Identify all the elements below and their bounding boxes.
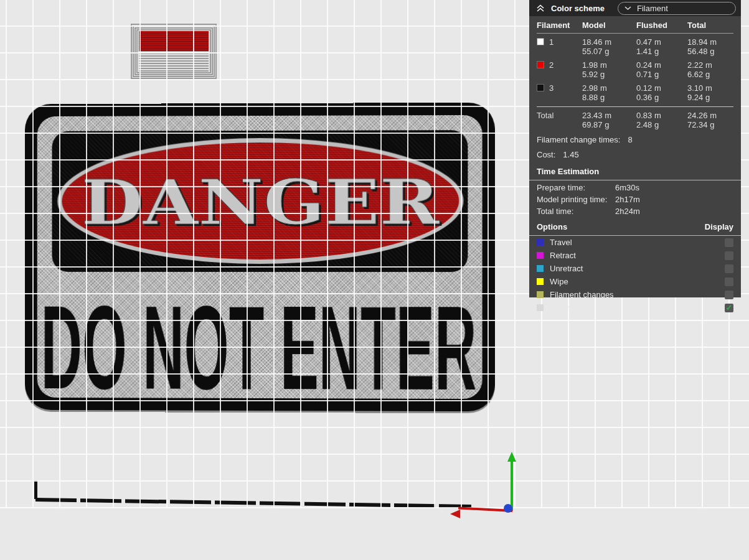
- cost: Cost:1.45: [537, 150, 733, 160]
- option-row-filament-changes: Filament changes ✓: [537, 288, 733, 301]
- table-row: 2 1.98 m5.92 g 0.24 m0.71 g 2.22 m6.62 g: [537, 57, 733, 80]
- seams-checkbox[interactable]: ✓: [725, 304, 733, 312]
- option-label: Wipe: [550, 277, 568, 286]
- total-label: Total: [537, 107, 582, 130]
- filament-table-header: Filament Model Flushed Total: [537, 16, 733, 33]
- cost-label: Cost:: [537, 150, 555, 159]
- option-label: Travel: [550, 238, 572, 247]
- flushed-length: 0.83 m: [636, 111, 687, 120]
- prepare-time-label: Prepare time:: [537, 184, 615, 192]
- retract-checkbox[interactable]: ✓: [725, 251, 733, 260]
- svg-text:DO NOT ENTER: DO NOT ENTER: [41, 290, 477, 396]
- cost-value: 1.45: [563, 150, 578, 159]
- model-printing-time-label: Model printing time:: [537, 195, 615, 204]
- skirt-line: [35, 498, 471, 508]
- model-weight: 5.92 g: [582, 70, 636, 79]
- table-total-row: Total 23.43 m69.87 g 0.83 m2.48 g 24.26 …: [537, 107, 733, 130]
- panel-header: Color scheme Filament: [529, 0, 741, 16]
- flushed-weight: 0.71 g: [636, 70, 687, 79]
- flushed-length: 0.47 m: [636, 37, 687, 47]
- flushed-length: 0.24 m: [636, 60, 687, 70]
- total-time-row: Total time: 2h24m: [537, 207, 733, 216]
- chevron-down-icon: [624, 6, 631, 11]
- option-row-unretract: Unretract ✓: [537, 262, 733, 275]
- filament-2-swatch: [537, 61, 544, 68]
- table-row: 1 18.46 m55.07 g 0.47 m1.41 g 18.94 m56.…: [537, 34, 733, 57]
- total-time-value: 2h24m: [615, 207, 640, 216]
- option-row-travel: Travel ✓: [537, 236, 733, 249]
- do-not-enter-text: DO NOT ENTER: [37, 290, 481, 396]
- divider: [529, 180, 741, 180]
- dropdown-selected-value: Filament: [637, 4, 668, 13]
- svg-text:DANGER: DANGER: [82, 165, 440, 239]
- col-header: Total: [687, 16, 733, 33]
- origin-dot: [504, 504, 512, 513]
- col-header: Model: [582, 16, 636, 33]
- check-icon: ✓: [726, 304, 733, 312]
- options-header: Options Display: [537, 222, 733, 235]
- travel-color-swatch: [537, 239, 544, 246]
- retract-color-swatch: [537, 252, 544, 259]
- option-row-retract: Retract ✓: [537, 249, 733, 262]
- wipe-color-swatch: [537, 278, 544, 285]
- table-row: 3 2.98 m8.88 g 0.12 m0.36 g 3.10 m9.24 g: [537, 80, 733, 103]
- time-estimation-title: Time Estimation: [537, 167, 733, 180]
- model-printing-time-row: Model printing time: 2h17m: [537, 195, 733, 204]
- total-weight: 56.48 g: [687, 47, 733, 56]
- option-label: Unretract: [550, 264, 583, 273]
- unretract-checkbox[interactable]: ✓: [725, 264, 733, 273]
- model-length: 23.43 m: [582, 111, 636, 120]
- total-weight: 6.62 g: [687, 70, 733, 79]
- flushed-weight: 1.41 g: [636, 47, 687, 56]
- filament-changes-checkbox[interactable]: ✓: [725, 291, 733, 299]
- total-length: 2.22 m: [687, 60, 733, 70]
- model-length: 2.98 m: [582, 83, 636, 93]
- prime-tower-infill: [139, 51, 209, 72]
- wipe-checkbox[interactable]: ✓: [725, 278, 733, 286]
- option-label: Retract: [550, 251, 576, 260]
- unretract-color-swatch: [537, 265, 544, 272]
- total-weight: 9.24 g: [687, 93, 733, 102]
- prepare-time-value: 6m30s: [615, 184, 639, 192]
- travel-checkbox[interactable]: ✓: [725, 238, 733, 247]
- filament-id: 2: [549, 60, 554, 70]
- skirt-line-start: [34, 480, 37, 499]
- prime-tower-red-band: [139, 31, 209, 51]
- filament-id: 1: [549, 37, 554, 47]
- total-length: 3.10 m: [687, 83, 733, 93]
- panel-body: Filament Model Flushed Total 1 18.46 m55…: [529, 16, 741, 314]
- filament-3-swatch: [537, 84, 544, 91]
- total-weight: 72.34 g: [687, 120, 733, 129]
- color-scheme-panel: Color scheme Filament Filament Model Flu…: [529, 0, 741, 297]
- filament-change-value: 8: [628, 135, 632, 144]
- collapse-panel-icon[interactable]: [535, 3, 545, 13]
- flushed-weight: 0.36 g: [636, 93, 687, 102]
- option-row-wipe: Wipe ✓: [537, 275, 733, 288]
- filament-change-label: Filament change times:: [537, 135, 620, 144]
- filament-id: 3: [549, 83, 554, 93]
- x-axis-arrowhead-icon: [450, 510, 460, 518]
- danger-sign-model: DANGER DANGER DO NOT ENTER: [25, 103, 495, 411]
- prepare-time-row: Prepare time: 6m30s: [537, 184, 733, 192]
- flushed-weight: 2.48 g: [636, 120, 687, 129]
- display-column-title: Display: [705, 222, 733, 231]
- panel-title: Color scheme: [551, 4, 605, 13]
- col-header: Flushed: [636, 16, 687, 33]
- total-length: 18.94 m: [687, 37, 733, 47]
- color-scheme-dropdown[interactable]: Filament: [618, 2, 736, 15]
- flushed-length: 0.12 m: [636, 83, 687, 93]
- model-length: 1.98 m: [582, 60, 636, 70]
- model-weight: 55.07 g: [582, 47, 636, 56]
- filament-change-times: Filament change times:8: [537, 135, 733, 145]
- col-header: Filament: [537, 16, 582, 33]
- model-length: 18.46 m: [582, 37, 636, 47]
- option-row-seams: Seams ✓: [537, 301, 733, 314]
- model-weight: 8.88 g: [582, 93, 636, 102]
- option-label: Seams: [550, 303, 575, 312]
- options-title: Options: [537, 222, 567, 231]
- model-printing-time-value: 2h17m: [615, 195, 640, 204]
- filament-1-swatch: [537, 38, 544, 45]
- y-axis-arrowhead-icon: [507, 452, 516, 462]
- option-label: Filament changes: [550, 290, 614, 299]
- prime-tower: [131, 24, 217, 79]
